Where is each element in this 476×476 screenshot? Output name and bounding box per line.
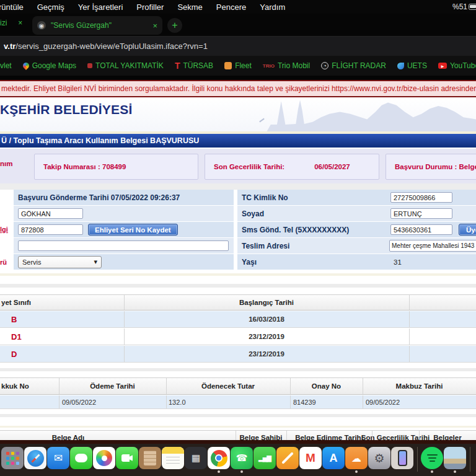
bookmark-devlet[interactable]: vlet <box>0 61 12 70</box>
spotify-icon[interactable] <box>421 447 443 469</box>
stocks-icon[interactable]: ▂▅▇ <box>253 447 276 469</box>
battery-icon <box>469 4 476 10</box>
radar-icon: ◔ <box>321 62 328 69</box>
surname-input[interactable] <box>390 208 452 219</box>
trio-icon: TRIO <box>263 63 275 69</box>
payment-table-header: kkuk No Ödeme Tarihi Ödenecek Tutar Onay… <box>0 377 476 395</box>
address-bar[interactable]: v.tr/servis_guzergah-web/view/eTopluUlas… <box>0 36 476 56</box>
dock-separator <box>417 447 418 472</box>
partial-label-ru: rü <box>0 258 7 266</box>
validity-value: 06/05/2027 <box>314 163 350 170</box>
license-row-d1: D1 23/12/2019 <box>0 328 476 345</box>
chrome-icon[interactable] <box>208 447 230 469</box>
surname-label: Soyad <box>237 209 264 218</box>
tab-partial[interactable]: izi × <box>0 19 22 27</box>
approval-no-header: Onay No <box>290 378 363 394</box>
license-row-b: B 16/03/2018 <box>0 311 476 328</box>
license-row-d: D 23/12/2019 <box>0 346 476 363</box>
browser-tabbar: izi × ◉ "Servis Güzergah" × + <box>0 14 476 36</box>
notes-icon[interactable] <box>162 447 184 469</box>
payment-row: 09/05/2022 132.0 814239 09/05/2022 <box>0 395 476 409</box>
license-table-header: yet Sınıfı Başlangıç Tarihi <box>0 294 476 311</box>
photos-icon[interactable] <box>93 447 115 469</box>
divider <box>0 183 476 190</box>
address-value-box[interactable]: Mehter çeşme Mahallesi 1943 s <box>389 240 476 252</box>
new-tab-button[interactable]: + <box>167 18 182 33</box>
partial-label-lgi[interactable]: lgi <box>0 226 8 233</box>
form-row-license-serial: Ehliyet Seri No Kaydet <box>14 222 234 237</box>
page-header: KŞEHİR BELEDİYESİ <box>0 97 476 133</box>
application-status-box: Başvuru Durumu : Belge Teslim E <box>386 154 476 180</box>
name-input[interactable] <box>18 208 83 219</box>
tab-close-icon[interactable]: × <box>152 21 157 30</box>
menu-history[interactable]: Geçmiş <box>37 2 64 12</box>
age-label: Yaşı <box>237 258 257 267</box>
empty-text-input[interactable] <box>18 240 229 251</box>
bookmark-total-yakitmatik[interactable]: TOTAL YAKITMATİK <box>87 61 164 70</box>
tab-close-icon[interactable]: × <box>18 19 22 27</box>
divider <box>0 414 476 417</box>
mail-icon[interactable]: ✉ <box>47 447 69 469</box>
menu-help[interactable]: Yardım <box>260 2 285 12</box>
nvi-alert-banner: mektedir. Ehliyet Bilgileri NVİ birimind… <box>0 80 476 97</box>
gmail-icon[interactable]: M <box>299 447 322 469</box>
validity-box: Son Gecerlilik Tarihi: 06/05/2027 <box>205 154 379 180</box>
alert-text: mektedir. Ehliyet Bilgileri NVİ birimind… <box>1 84 476 93</box>
contacts-icon[interactable] <box>139 447 161 469</box>
bookmark-trio-mobil[interactable]: TRIO Trio Mobil <box>263 61 310 70</box>
divider <box>0 426 476 428</box>
bookmark-uets[interactable]: UETS <box>397 61 427 70</box>
menu-window[interactable]: Pencere <box>216 2 246 12</box>
form-row-empty-input <box>14 238 234 253</box>
safari-icon[interactable] <box>24 447 46 469</box>
license-serial-input[interactable] <box>18 224 83 235</box>
sms-tel-input[interactable] <box>390 224 452 235</box>
amount-header: Ödenecek Tutar <box>166 378 290 394</box>
tc-no-input[interactable] <box>390 192 452 203</box>
tab-servis-guzergah[interactable]: ◉ "Servis Güzergah" × <box>32 16 162 35</box>
iphone-mirroring-icon[interactable] <box>391 447 413 469</box>
dock-separator <box>470 447 470 472</box>
form-row-name <box>14 206 234 221</box>
vehicle-type-select[interactable]: Servis ▾ <box>18 256 102 268</box>
fleet-icon <box>224 62 232 69</box>
tc-no-label: TC Kimlik No <box>237 193 288 202</box>
calculator-icon[interactable]: ▦ <box>185 447 207 469</box>
whatsapp-icon[interactable]: ☎ <box>231 447 253 469</box>
membership-button[interactable]: Üye <box>459 224 476 236</box>
form-row-submit-date: Başvuru Gönderme Tarihi 07/05/2022 09:26… <box>14 190 234 205</box>
pencil-app-icon[interactable] <box>276 447 299 469</box>
menu-view[interactable]: rüntüle <box>0 2 24 12</box>
uets-icon <box>397 63 404 69</box>
bird-graphic <box>259 118 265 123</box>
url-path: /servis_guzergah-web/view/eTopluUlasim.i… <box>15 42 208 51</box>
cloud-app-icon[interactable]: ☁ <box>345 447 368 469</box>
bookmark-google-maps[interactable]: Google Maps <box>23 61 76 70</box>
submit-date-label: Başvuru Gönderme Tarihi 07/05/2022 09:26… <box>14 193 180 202</box>
form-row-surname: Soyad <box>237 206 476 221</box>
facetime-icon[interactable] <box>116 447 138 469</box>
photo-preview-icon[interactable] <box>444 447 466 469</box>
menu-bookmarks[interactable]: Yer İşaretleri <box>78 2 123 12</box>
youtube-icon: ▶ <box>438 63 447 69</box>
form-row-address: Teslim Adresi Mehter çeşme Mahallesi 194… <box>237 238 476 253</box>
form-row-tc-no: TC Kimlik No <box>237 190 476 205</box>
divider <box>0 273 476 276</box>
menu-profiles[interactable]: Profiller <box>136 2 164 12</box>
bookmarks-bar: vlet Google Maps TOTAL YAKITMATİK T TÜRS… <box>0 56 476 76</box>
bookmark-flight-radar[interactable]: ◔ FLİGHT RADAR <box>321 61 386 70</box>
app-store-icon[interactable]: A <box>322 447 345 469</box>
form-row-sms-tel: Sms Gönd. Tel (5XXXXXXXXX) Üye <box>237 222 476 237</box>
bookmark-youtube[interactable]: ▶ YouTube <box>438 61 476 70</box>
bookmark-fleet[interactable]: Fleet <box>224 61 252 70</box>
settings-icon[interactable]: ⚙ <box>368 447 390 469</box>
bookmark-tursab[interactable]: T TÜRSAB <box>175 61 213 71</box>
menu-tab[interactable]: Sekme <box>177 2 202 12</box>
launchpad-icon[interactable] <box>1 447 24 469</box>
sms-tel-label: Sms Gönd. Tel (5XXXXXXXXX) <box>237 226 349 234</box>
save-license-serial-button[interactable]: Ehliyet Seri No Kaydet <box>88 224 178 236</box>
messages-icon[interactable] <box>70 447 92 469</box>
globe-icon: ◉ <box>37 21 46 30</box>
form-row-age: Yaşı 31 <box>237 254 476 270</box>
tursab-icon: T <box>175 61 180 71</box>
